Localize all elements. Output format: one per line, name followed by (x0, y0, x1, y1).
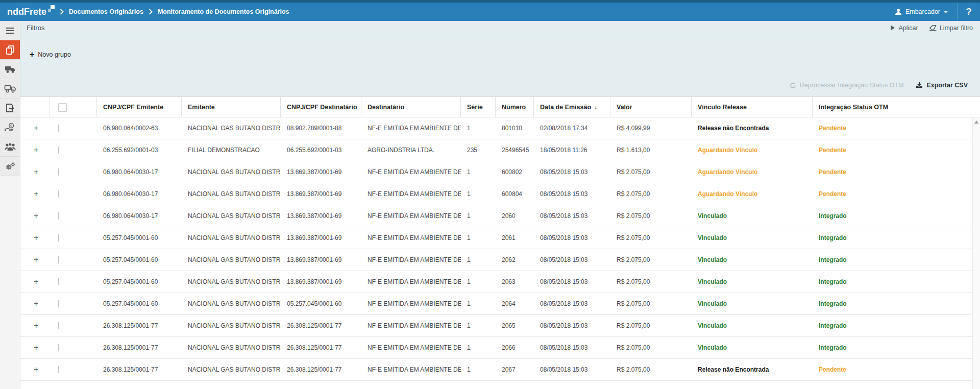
cell-integracao-otm: Integrado (813, 344, 980, 351)
row-checkbox[interactable] (58, 125, 59, 132)
cell-emitente: NACIONAL GAS BUTANO DISTRIB... (182, 234, 281, 241)
expand-row-button[interactable]: + (27, 124, 38, 132)
table-row: +26.308.125/0001-77NACIONAL GAS BUTANO D… (20, 337, 980, 359)
new-group-button[interactable]: + Novo grupo (30, 51, 71, 59)
cell-cnpj-emitente: 26.308.125/0001-77 (97, 366, 182, 373)
cell-control (50, 168, 97, 176)
header-destinatario[interactable]: Destinatário (361, 97, 461, 117)
cell-integracao-otm: Integrado (813, 212, 980, 220)
cell-valor: R$ 2.075,00 (610, 278, 692, 285)
header-select-all[interactable] (50, 97, 97, 117)
sidebar-item-financeiro[interactable]: $ (0, 118, 20, 137)
help-button[interactable]: ? (958, 3, 980, 21)
clear-filter-button[interactable]: Limpar filtro (929, 25, 973, 32)
sidebar-item-transporte[interactable] (0, 60, 20, 79)
row-checkbox[interactable] (58, 190, 59, 198)
expand-row-button[interactable]: + (27, 168, 38, 176)
cell-cnpj-destinatario: 13.869.387/0001-69 (281, 278, 361, 285)
reprocess-otm-button[interactable]: Reprocessar Integração Status OTM (790, 82, 904, 89)
new-group-label: Novo grupo (38, 51, 71, 58)
cell-cnpj-emitente: 05.257.045/0001-60 (97, 300, 182, 307)
refresh-icon (790, 82, 796, 89)
cell-control: + (20, 256, 50, 264)
cell-data-emissao: 08/05/2018 15:03 (534, 278, 610, 285)
row-checkbox[interactable] (58, 300, 59, 307)
cell-vinculo-release: Release não Encontrada (692, 125, 813, 132)
plus-icon: + (30, 51, 34, 59)
header-serie[interactable]: Série (461, 97, 496, 117)
select-all-checkbox[interactable] (58, 103, 67, 112)
row-checkbox[interactable] (58, 212, 59, 220)
export-csv-button[interactable]: Exportar CSV (916, 82, 968, 89)
sidebar-item-configuracoes[interactable] (0, 157, 20, 176)
expand-row-button[interactable]: + (27, 322, 38, 330)
cell-control: + (20, 278, 50, 286)
header-cnpj-destinatario[interactable]: CNPJ/CPF Destinatário (281, 97, 361, 117)
row-checkbox[interactable] (58, 234, 59, 241)
sidebar-item-documentos-originarios[interactable] (0, 40, 20, 60)
cell-vinculo-release: Aguardando Vínculo (692, 168, 813, 176)
cell-cnpj-destinatario: 08.902.789/0001-88 (281, 125, 361, 132)
expand-row-button[interactable]: + (27, 256, 38, 264)
row-checkbox[interactable] (58, 322, 59, 329)
expand-row-button[interactable]: + (27, 190, 38, 198)
header-vinculo-release[interactable]: Vínculo Release (692, 97, 813, 117)
app-logo[interactable]: nddFrete (7, 7, 55, 17)
expand-row-button[interactable]: + (27, 234, 38, 242)
cell-serie: 1 (461, 212, 496, 220)
export-csv-label: Exportar CSV (926, 82, 968, 89)
cell-serie: 1 (461, 168, 496, 176)
cell-valor: R$ 2.075,00 (610, 344, 692, 351)
cell-emitente: NACIONAL GAS BUTANO DISTRIB... (182, 168, 281, 176)
expand-row-button[interactable]: + (27, 344, 38, 352)
sidebar-item-menu[interactable] (0, 21, 20, 40)
breadcrumb-monitoramento[interactable]: Monitoramento de Documentos Originários (158, 8, 289, 15)
expand-row-button[interactable]: + (27, 212, 38, 220)
apply-filter-button[interactable]: Aplicar (890, 25, 918, 32)
header-valor[interactable]: Valor (610, 97, 692, 117)
hamburger-icon (6, 27, 15, 34)
expand-row-button[interactable]: + (27, 146, 38, 154)
sidebar-item-usuarios[interactable] (0, 137, 20, 157)
header-data-emissao[interactable]: Data de Emissão ↓ (534, 97, 610, 117)
cell-emitente: NACIONAL GAS BUTANO DISTRIB... (182, 212, 281, 220)
cell-integracao-otm: Integrado (813, 300, 980, 307)
delivery-truck-icon (4, 84, 16, 93)
cell-cnpj-destinatario: 13.869.387/0001-69 (281, 212, 361, 220)
cell-control (50, 125, 97, 132)
user-profile-menu[interactable]: Embarcador (886, 3, 957, 21)
row-checkbox[interactable] (58, 147, 59, 154)
row-checkbox[interactable] (58, 168, 59, 176)
cell-data-emissao: 08/05/2018 15:03 (534, 322, 610, 329)
header-emitente[interactable]: Emitente (182, 97, 281, 117)
cell-vinculo-release: Vinculado (692, 234, 813, 241)
cell-destinatario: NF-E EMITIDA EM AMBIENTE DE ... (361, 212, 461, 220)
users-icon (5, 142, 16, 151)
cell-control: + (20, 190, 50, 198)
row-checkbox[interactable] (58, 278, 59, 285)
header-numero[interactable]: Número (496, 97, 534, 117)
expand-row-button[interactable]: + (27, 300, 38, 308)
row-checkbox[interactable] (58, 344, 59, 351)
sidebar-item-frota[interactable] (0, 79, 20, 99)
vertical-scrollbar[interactable] (972, 118, 980, 389)
cell-numero: 2060 (496, 212, 534, 220)
row-checkbox[interactable] (58, 256, 59, 263)
cell-destinatario: NF-E EMITIDA EM AMBIENTE DE ... (361, 190, 461, 198)
hand-coin-icon: $ (5, 123, 16, 132)
sidebar-item-saida-documentos[interactable] (0, 99, 20, 118)
expand-row-button[interactable]: + (27, 366, 38, 374)
breadcrumb-documentos-originarios[interactable]: Documentos Originários (69, 8, 143, 15)
document-export-icon (5, 103, 15, 113)
cell-destinatario: AGRO-INDSTRIA LTDA. (361, 147, 461, 154)
cell-emitente: NACIONAL GAS BUTANO DISTRIB... (182, 190, 281, 198)
cell-valor: R$ 2.075,00 (610, 300, 692, 307)
cell-serie: 1 (461, 256, 496, 263)
cell-valor: R$ 2.075,00 (610, 212, 692, 220)
sidebar: $ (0, 21, 20, 389)
header-cnpj-emitente[interactable]: CNPJ/CPF Emitente (97, 97, 182, 117)
header-integracao-otm[interactable]: Integração Status OTM (813, 97, 980, 117)
cell-cnpj-emitente: 05.257.045/0001-60 (97, 256, 182, 263)
expand-row-button[interactable]: + (27, 278, 38, 286)
row-checkbox[interactable] (58, 366, 59, 373)
